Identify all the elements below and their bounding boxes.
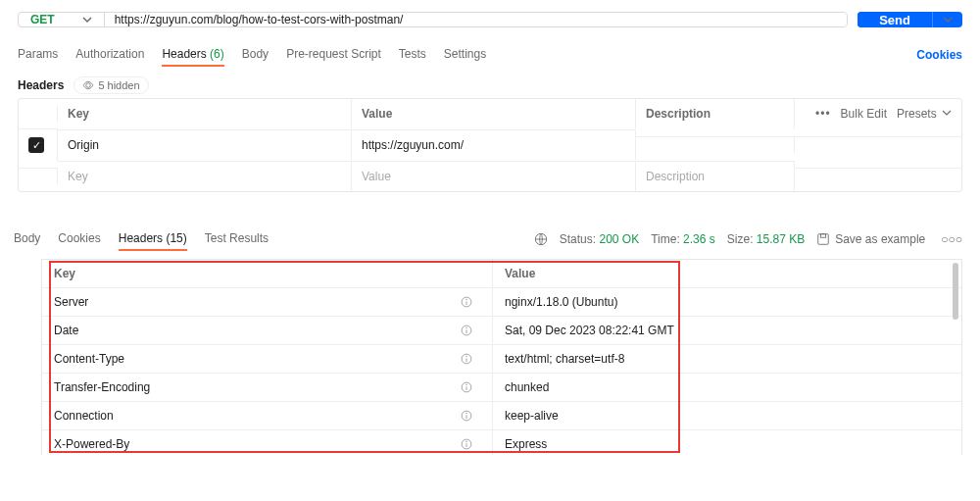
column-key: Key (58, 99, 352, 128)
status-block: Status: 200 OK (560, 232, 639, 246)
chevron-down-icon (82, 15, 92, 25)
response-tabs: Body Cookies Headers (15) Test Results (14, 227, 269, 251)
tab-tests[interactable]: Tests (399, 43, 426, 67)
more-options[interactable]: ••• (815, 107, 831, 121)
column-value: Value (352, 99, 636, 128)
table-row: X-Powered-ByExpress (42, 430, 961, 455)
svg-point-5 (466, 299, 466, 300)
info-icon (461, 353, 472, 365)
tab-params[interactable]: Params (18, 43, 58, 67)
table-row: Content-Typetext/html; charset=utf-8 (42, 345, 961, 374)
description-placeholder[interactable]: Description (636, 161, 795, 191)
tab-authorization[interactable]: Authorization (75, 43, 144, 67)
headers-title: Headers (18, 78, 64, 92)
response-tab-cookies[interactable]: Cookies (58, 227, 100, 251)
info-icon (461, 381, 472, 393)
response-header-value: chunked (493, 374, 961, 402)
header-description[interactable] (636, 136, 795, 153)
chevron-down-icon (943, 15, 953, 25)
send-button-group[interactable]: Send (858, 12, 962, 27)
svg-point-11 (466, 356, 466, 357)
hidden-label: 5 hidden (98, 79, 139, 91)
hidden-toggle[interactable]: 5 hidden (74, 76, 148, 94)
response-headers-table: Key Value Servernginx/1.18.0 (Ubuntu)Dat… (41, 259, 962, 455)
response-header-key: X-Powered-By (42, 430, 493, 455)
bulk-edit-button[interactable]: Bulk Edit (841, 107, 887, 121)
response-tab-headers[interactable]: Headers (15) (119, 227, 187, 251)
tab-settings[interactable]: Settings (444, 43, 486, 67)
save-as-example-button[interactable]: Save as example (816, 232, 925, 246)
svg-rect-1 (818, 234, 829, 245)
table-row: Transfer-Encodingchunked (42, 374, 961, 402)
response-header-key: Content-Type (42, 345, 493, 374)
request-tabs: Params Authorization Headers (6) Body Pr… (18, 43, 486, 67)
table-row: Connectionkeep-alive (42, 402, 961, 430)
eye-icon (82, 79, 94, 91)
column-key: Key (42, 260, 493, 288)
chevron-down-icon (942, 108, 952, 118)
response-header-value: Express (493, 430, 961, 455)
table-row: Servernginx/1.18.0 (Ubuntu) (42, 288, 961, 317)
tab-body[interactable]: Body (242, 43, 269, 67)
column-value: Value (493, 260, 961, 288)
svg-point-20 (466, 441, 466, 442)
request-headers-table: Key Value Description ••• Bulk Edit Pres… (18, 98, 962, 192)
tab-headers[interactable]: Headers (6) (162, 43, 223, 67)
globe-icon (534, 232, 548, 246)
size-block: Size: 15.87 KB (727, 232, 805, 246)
time-value: 2.36 s (683, 232, 715, 246)
response-header-value: Sat, 09 Dec 2023 08:22:41 GMT (493, 317, 961, 345)
row-checkbox[interactable]: ✓ (28, 137, 44, 153)
response-header-value: nginx/1.18.0 (Ubuntu) (493, 288, 961, 317)
url-input[interactable] (105, 13, 848, 26)
response-tab-test-results[interactable]: Test Results (205, 227, 269, 251)
header-key[interactable]: Origin (58, 129, 352, 160)
method-label: GET (30, 13, 55, 26)
tab-count: (15) (166, 231, 186, 245)
svg-point-14 (466, 384, 466, 385)
info-icon (461, 325, 472, 336)
key-placeholder[interactable]: Key (58, 161, 352, 191)
time-block: Time: 2.36 s (651, 232, 715, 246)
cookies-link[interactable]: Cookies (916, 48, 962, 62)
svg-rect-2 (821, 234, 826, 238)
svg-point-8 (466, 327, 466, 328)
response-more-options[interactable]: ○○○ (941, 232, 962, 246)
response-header-value: keep-alive (493, 402, 961, 430)
tab-count: (6) (210, 47, 224, 61)
send-dropdown[interactable] (932, 12, 962, 27)
send-button[interactable]: Send (858, 12, 932, 27)
table-row-empty: Key Value Description (19, 161, 961, 191)
info-icon (461, 296, 472, 308)
tab-label: Headers (162, 47, 206, 61)
scrollbar[interactable] (953, 263, 958, 320)
info-icon (461, 438, 472, 450)
info-icon (461, 410, 472, 422)
size-value: 15.87 KB (757, 232, 805, 246)
response-header-key: Transfer-Encoding (42, 374, 493, 402)
response-header-value: text/html; charset=utf-8 (493, 345, 961, 374)
presets-button[interactable]: Presets (897, 107, 952, 121)
value-placeholder[interactable]: Value (352, 161, 636, 191)
svg-point-17 (466, 413, 466, 414)
response-tab-body[interactable]: Body (14, 227, 40, 251)
response-header-key: Connection (42, 402, 493, 430)
save-icon (816, 232, 830, 246)
tab-pre-request[interactable]: Pre-request Script (286, 43, 381, 67)
status-value: 200 OK (599, 232, 639, 246)
column-description: Description (636, 99, 795, 128)
method-select[interactable]: GET (19, 13, 105, 26)
header-value[interactable]: https://zguyun.com/ (352, 129, 636, 160)
table-row: DateSat, 09 Dec 2023 08:22:41 GMT (42, 317, 961, 345)
table-row: ✓ Origin https://zguyun.com/ (19, 128, 961, 161)
response-header-key: Date (42, 317, 493, 345)
response-header-key: Server (42, 288, 493, 317)
tab-label: Headers (119, 231, 163, 245)
